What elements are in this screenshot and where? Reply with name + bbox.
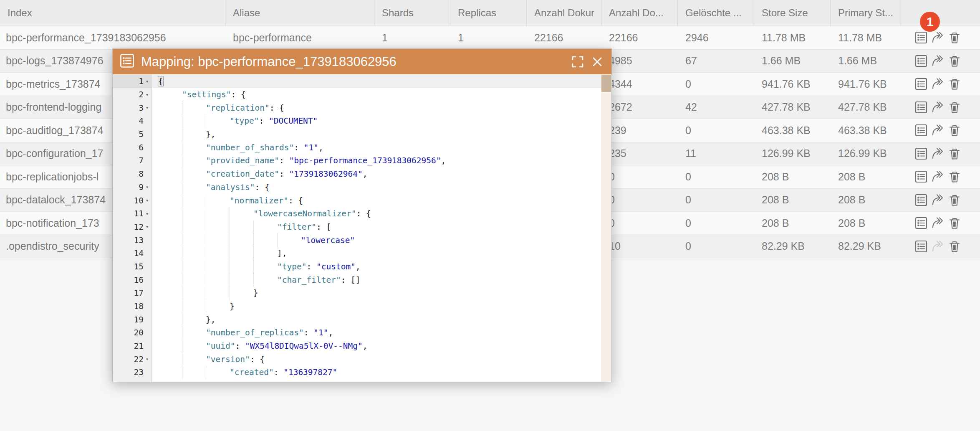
code-line-content[interactable]: "replication": { [152,101,601,114]
code-line[interactable]: 18} [113,300,601,313]
code-line[interactable]: 4"type": "DOCUMENT" [113,114,601,128]
code-line[interactable]: 8"creation_date": "1739183062964", [113,167,601,181]
column-header-deleted[interactable]: Gelöschte ... [678,0,754,26]
code-line[interactable]: 21"uuid": "WX54l8DIQwa5lX-0V--NMg", [113,340,601,353]
trash-icon[interactable] [948,77,961,91]
column-header-index[interactable]: Index [0,0,225,26]
fold-toggle-icon[interactable]: ▾ [144,184,151,190]
column-header-aliase[interactable]: Aliase [225,0,374,26]
column-header-primary[interactable]: Primary St... [831,0,901,26]
fold-toggle-icon[interactable]: ▾ [144,198,151,203]
mapping-icon[interactable] [914,193,928,207]
mapping-icon[interactable] [914,216,928,230]
mapping-icon[interactable] [914,240,928,253]
code-line-content[interactable]: "analysis": { [152,181,601,194]
trash-icon[interactable] [948,101,961,114]
column-header-shards[interactable]: Shards [374,0,450,26]
column-header-docs[interactable]: Anzahl Dokur [527,0,601,26]
share-icon[interactable] [931,124,945,137]
mapping-icon[interactable] [914,124,928,137]
mapping-icon[interactable] [914,77,928,91]
code-line[interactable]: 22▾"version": { [113,352,601,366]
cell-deleted: 0 [678,189,754,212]
code-line-content[interactable]: "settings": { [152,88,601,101]
column-header-store[interactable]: Store Size [754,0,831,26]
code-line-content[interactable]: "number_of_replicas": "1", [152,326,601,340]
code-line-content[interactable]: "creation_date": "1739183062964", [152,167,601,181]
editor-scrollbar-thumb[interactable] [601,75,611,92]
code-line[interactable]: 12▾"filter": [ [113,221,601,234]
code-line-content[interactable]: }, [152,313,601,326]
trash-icon[interactable] [948,170,961,183]
share-icon[interactable] [931,101,945,114]
code-line[interactable]: 5}, [113,128,601,141]
trash-icon[interactable] [948,240,961,253]
code-line-content[interactable]: "number_of_shards": "1", [152,141,601,154]
code-line-content[interactable]: "char_filter": [] [152,273,601,286]
code-line[interactable]: 6"number_of_shards": "1", [113,141,601,154]
code-line-content[interactable]: } [152,300,601,313]
code-line[interactable]: 20"number_of_replicas": "1", [113,326,601,340]
code-line-content[interactable]: "uuid": "WX54l8DIQwa5lX-0V--NMg", [152,340,601,353]
code-line[interactable]: 15"type": "custom", [113,260,601,274]
mapping-icon[interactable] [914,31,928,44]
share-icon[interactable] [931,170,945,183]
code-line[interactable]: 3▾"replication": { [113,101,601,114]
code-line[interactable]: 11▾"lowercaseNormalizer": { [113,207,601,221]
fold-toggle-icon[interactable]: ▾ [144,224,151,230]
trash-icon[interactable] [948,193,961,207]
fold-toggle-icon[interactable]: ▾ [144,92,151,98]
mapping-icon[interactable] [914,170,928,183]
mapping-icon[interactable] [914,101,928,114]
code-line[interactable]: 10▾"normalizer": { [113,194,601,207]
fullscreen-icon[interactable] [571,55,584,68]
share-icon[interactable] [931,77,945,91]
code-line[interactable]: 13"lowercase" [113,233,601,247]
code-line[interactable]: 17} [113,286,601,300]
code-line-content[interactable]: "type": "DOCUMENT" [152,114,601,128]
trash-icon[interactable] [948,31,961,44]
column-header-docs2[interactable]: Anzahl Do... [601,0,678,26]
code-line-content[interactable]: "filter": [ [152,221,601,234]
code-line-content[interactable]: "created": "136397827" [152,366,601,379]
code-line-content[interactable]: "type": "custom", [152,260,601,274]
code-line-content[interactable]: "provided_name": "bpc-performance_173918… [152,154,601,167]
close-icon[interactable] [591,55,604,68]
fold-toggle-icon[interactable]: ▾ [144,211,151,217]
code-line[interactable]: 16"char_filter": [] [113,273,601,286]
code-line[interactable]: 7"provided_name": "bpc-performance_17391… [113,154,601,167]
code-line-content[interactable]: "lowercase" [152,233,601,247]
mapping-icon[interactable] [914,147,928,160]
fold-toggle-icon[interactable]: ▾ [144,105,151,111]
code-line-content[interactable]: ], [152,247,601,260]
fold-toggle-icon[interactable]: ▾ [144,79,151,84]
trash-icon[interactable] [948,216,961,230]
share-icon[interactable] [931,147,945,160]
editor-scrollbar-track[interactable] [601,74,611,382]
share-icon[interactable] [931,240,945,253]
code-line[interactable]: 14], [113,247,601,260]
code-line[interactable]: 1▾{ [113,75,601,88]
mapping-icon[interactable] [914,54,928,68]
trash-icon[interactable] [948,147,961,160]
code-line[interactable]: 23"created": "136397827" [113,366,601,379]
notification-badge[interactable]: 1 [920,12,940,32]
json-punctuation: , [356,262,361,271]
code-line-content[interactable]: }, [152,128,601,141]
share-icon[interactable] [931,54,945,68]
share-icon[interactable] [931,193,945,207]
code-line[interactable]: 9▾"analysis": { [113,181,601,194]
share-icon[interactable] [931,31,945,44]
column-header-replicas[interactable]: Replicas [450,0,527,26]
share-icon[interactable] [931,216,945,230]
code-line-content[interactable]: { [152,75,601,88]
code-line-content[interactable]: "lowercaseNormalizer": { [152,207,601,221]
code-line[interactable]: 2▾"settings": { [113,88,601,101]
trash-icon[interactable] [948,54,961,68]
trash-icon[interactable] [948,124,961,137]
fold-toggle-icon[interactable]: ▾ [144,356,151,362]
code-line[interactable]: 19}, [113,313,601,326]
code-line-content[interactable]: "normalizer": { [152,194,601,207]
code-line-content[interactable]: "version": { [152,352,601,366]
code-line-content[interactable]: } [152,286,601,300]
